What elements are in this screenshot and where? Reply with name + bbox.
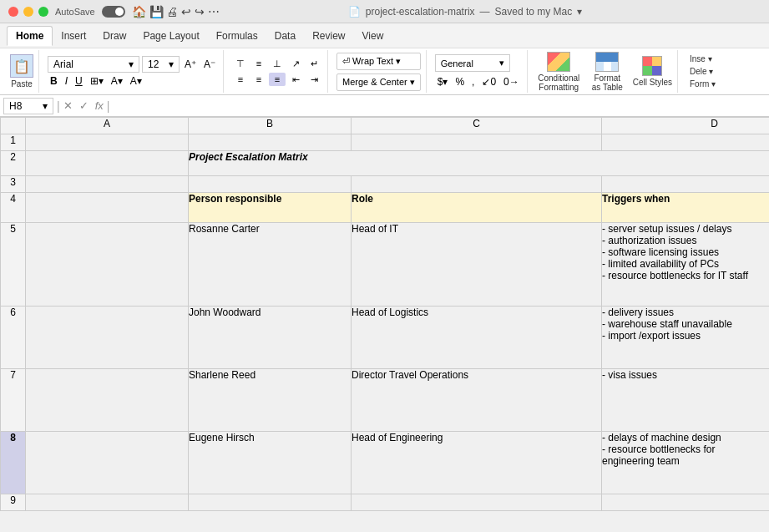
cell-b9[interactable]: [189, 494, 352, 511]
indent-button[interactable]: ↵: [306, 57, 322, 70]
font-grow-button[interactable]: A⁺: [182, 58, 199, 71]
font-size-box[interactable]: 12 ▾: [142, 56, 180, 73]
header-cell-role[interactable]: Role: [352, 193, 602, 223]
col-header-c[interactable]: C: [352, 118, 602, 134]
cell-reference-box[interactable]: H8 ▾: [3, 98, 53, 114]
align-left-button[interactable]: ≡: [232, 73, 249, 86]
close-button[interactable]: [8, 7, 18, 17]
cell-d9[interactable]: [602, 494, 770, 511]
confirm-formula-icon[interactable]: ✓: [79, 99, 89, 112]
cell-a9[interactable]: [26, 494, 189, 511]
underline-button[interactable]: U: [73, 74, 85, 88]
cell-d3[interactable]: [602, 176, 770, 193]
decrease-indent-button[interactable]: ⇤: [287, 73, 304, 86]
delete-cells-button[interactable]: Dele ▾: [690, 66, 716, 77]
header-cell-triggers[interactable]: Triggers when: [602, 193, 770, 223]
row-header-1[interactable]: 1: [1, 134, 26, 151]
tab-home[interactable]: Home: [7, 26, 53, 46]
italic-button[interactable]: I: [63, 74, 70, 88]
cell-a1[interactable]: [26, 134, 189, 151]
tab-formulas[interactable]: Formulas: [208, 27, 266, 45]
tab-review[interactable]: Review: [304, 27, 353, 45]
currency-button[interactable]: $▾: [435, 75, 451, 89]
cell-d6[interactable]: - delivery issues - warehouse staff unav…: [602, 307, 770, 369]
row-header-9[interactable]: 9: [1, 494, 26, 511]
bold-button[interactable]: B: [48, 74, 60, 88]
fill-color-button[interactable]: A▾: [109, 74, 125, 88]
col-header-b[interactable]: B: [189, 118, 352, 134]
col-header-a[interactable]: A: [26, 118, 189, 134]
paste-button[interactable]: 📋 Paste: [10, 54, 33, 89]
header-cell-person[interactable]: Person responsible: [189, 193, 352, 223]
tab-draw[interactable]: Draw: [94, 27, 134, 45]
insert-cells-button[interactable]: Inse ▾: [690, 53, 716, 64]
font-shrink-button[interactable]: A⁻: [201, 58, 218, 71]
align-top-button[interactable]: ⊤: [232, 57, 249, 70]
paste-label: Paste: [11, 79, 33, 89]
cell-c5[interactable]: Head of IT: [352, 223, 602, 307]
row-header-5[interactable]: 5: [1, 223, 26, 307]
minimize-button[interactable]: [23, 7, 33, 17]
cell-c7[interactable]: Director Travel Operations: [352, 369, 602, 432]
font-name-box[interactable]: Arial ▾: [48, 56, 139, 73]
comma-button[interactable]: ,: [469, 75, 477, 89]
row-header-4[interactable]: 4: [1, 193, 26, 223]
row-header-2[interactable]: 2: [1, 151, 26, 176]
conditional-formatting-group[interactable]: ConditionalFormatting: [536, 52, 582, 92]
cell-b6[interactable]: John Woodward: [189, 307, 352, 369]
cell-b7[interactable]: Sharlene Reed: [189, 369, 352, 432]
row-header-8[interactable]: 8: [1, 432, 26, 494]
cell-b8[interactable]: Eugene Hirsch: [189, 432, 352, 494]
tab-page-layout[interactable]: Page Layout: [134, 27, 207, 45]
orient-text-button[interactable]: ↗: [287, 57, 304, 70]
align-bottom-button[interactable]: ⊥: [269, 57, 286, 70]
cell-c1[interactable]: [352, 134, 602, 151]
number-format-box[interactable]: General ▾: [435, 54, 510, 72]
cell-a6[interactable]: [26, 307, 189, 369]
align-center-button[interactable]: ≡: [250, 73, 267, 86]
cell-c3[interactable]: [352, 176, 602, 193]
cell-d5[interactable]: - server setup issues / delays - authori…: [602, 223, 770, 307]
cell-a2[interactable]: [26, 151, 189, 176]
font-color-button[interactable]: A▾: [128, 74, 144, 88]
title-cell[interactable]: Project Escalation Matrix: [189, 151, 770, 176]
col-header-d[interactable]: D: [602, 118, 770, 134]
row-header-3[interactable]: 3: [1, 176, 26, 193]
row-header-6[interactable]: 6: [1, 307, 26, 369]
cell-a5[interactable]: [26, 223, 189, 307]
wrap-text-button[interactable]: ⏎ Wrap Text ▾: [336, 53, 421, 70]
align-middle-button[interactable]: ≡: [250, 57, 267, 70]
decrease-decimal-button[interactable]: ↙0: [479, 75, 498, 89]
percent-button[interactable]: %: [453, 75, 467, 89]
align-right-button[interactable]: ≡: [269, 73, 286, 86]
format-cells-button[interactable]: Form ▾: [690, 79, 716, 89]
tab-data[interactable]: Data: [266, 27, 304, 45]
cell-a4[interactable]: [26, 193, 189, 223]
cancel-formula-icon[interactable]: ✕: [63, 99, 73, 112]
cell-b1[interactable]: [189, 134, 352, 151]
format-as-table-group[interactable]: Formatas Table: [584, 52, 630, 92]
tab-view[interactable]: View: [354, 27, 392, 45]
cell-c8[interactable]: Head of Engineering: [352, 432, 602, 494]
cell-styles-group[interactable]: Cell Styles: [633, 56, 672, 87]
cell-b5[interactable]: Rosanne Carter: [189, 223, 352, 307]
cell-d7[interactable]: - visa issues: [602, 369, 770, 432]
cell-c9[interactable]: [352, 494, 602, 511]
increase-decimal-button[interactable]: 0→: [501, 75, 522, 89]
merge-center-button[interactable]: Merge & Center ▾: [336, 73, 421, 91]
increase-indent-button[interactable]: ⇥: [306, 73, 322, 86]
cell-a8[interactable]: [26, 432, 189, 494]
cell-c6[interactable]: Head of Logistics: [352, 307, 602, 369]
borders-button[interactable]: ⊞▾: [88, 74, 106, 88]
cell-a7[interactable]: [26, 369, 189, 432]
formula-input[interactable]: [113, 100, 766, 112]
maximize-button[interactable]: [38, 7, 48, 17]
row-header-7[interactable]: 7: [1, 369, 26, 432]
autosave-toggle[interactable]: [102, 6, 125, 18]
cell-d1[interactable]: [602, 134, 770, 151]
cell-d8[interactable]: - delays of machine design - resource bo…: [602, 432, 770, 494]
cell-b3[interactable]: [189, 176, 352, 193]
insert-function-icon[interactable]: fx: [95, 99, 104, 112]
tab-insert[interactable]: Insert: [53, 27, 94, 45]
cell-a3[interactable]: [26, 176, 189, 193]
